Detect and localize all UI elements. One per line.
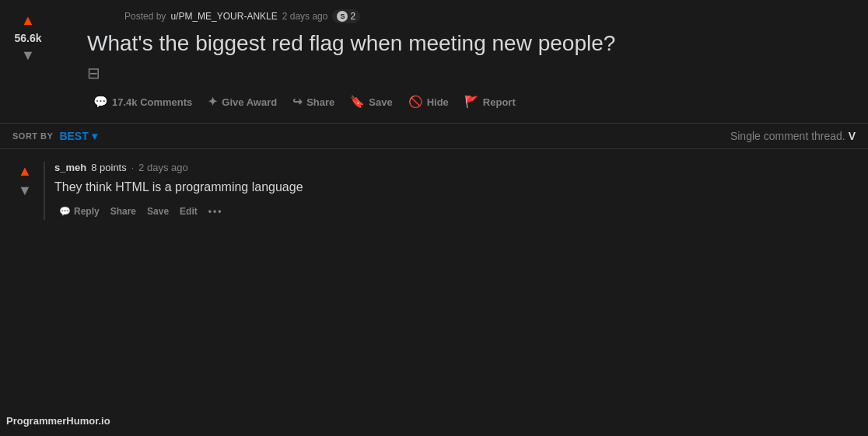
sort-bar: SORT BY BEST ▾ Single comment thread. V xyxy=(0,123,868,149)
save-label: Save xyxy=(369,96,392,108)
sort-best-label: BEST xyxy=(59,130,88,142)
single-comment-thread-label: Single comment thread. V xyxy=(730,130,856,142)
vote-count: 56.6k xyxy=(14,32,41,44)
comment-edit-button[interactable]: Edit xyxy=(175,203,202,220)
comment-save-label: Save xyxy=(147,206,169,217)
post-meta: Posted by u/PM_ME_YOUR-ANKLE 2 days ago … xyxy=(124,9,615,23)
post-time: 2 days ago xyxy=(282,11,328,22)
hide-button[interactable]: 🚫 Hide xyxy=(402,90,455,113)
downvote-button[interactable]: ▼ xyxy=(18,44,38,67)
comment-points: 8 points xyxy=(91,162,127,173)
post-vote-area: ▲ 56.6k ▼ xyxy=(12,9,44,123)
comment-downvote-button[interactable]: ▼ xyxy=(16,181,33,201)
post-container: ▲ 56.6k ▼ Posted by u/PM_ME_YOUR-ANKLE 2… xyxy=(0,0,868,123)
post-content-area: Posted by u/PM_ME_YOUR-ANKLE 2 days ago … xyxy=(87,9,615,123)
comment-more-button[interactable]: ••• xyxy=(204,203,228,220)
posted-by-label: Posted by xyxy=(124,11,166,22)
give-award-button[interactable]: ✦ Give Award xyxy=(201,90,283,113)
reply-icon: 💬 xyxy=(59,206,71,217)
save-button[interactable]: 🔖 Save xyxy=(344,90,398,113)
comment-vote-area: ▲ ▼ xyxy=(12,162,37,220)
watermark-text: ProgrammerHumor.io xyxy=(6,415,110,427)
post-actions: 💬 17.4k Comments ✦ Give Award ↪ Share 🔖 … xyxy=(87,90,615,113)
report-label: Report xyxy=(483,96,516,108)
comment: ▲ ▼ s_meh 8 points · 2 days ago They thi… xyxy=(12,162,856,220)
award-action-icon: ✦ xyxy=(208,95,218,109)
more-icon: ••• xyxy=(208,206,223,217)
comment-actions: 💬 Reply Share Save Edit ••• xyxy=(54,203,856,220)
reply-label: Reply xyxy=(74,206,100,217)
upvote-button[interactable]: ▲ xyxy=(18,9,38,32)
reply-button[interactable]: 💬 Reply xyxy=(54,203,104,220)
share-button[interactable]: ↪ Share xyxy=(286,90,341,113)
sort-left: SORT BY BEST ▾ xyxy=(12,130,97,142)
comments-button[interactable]: 💬 17.4k Comments xyxy=(87,90,198,113)
sort-value[interactable]: BEST ▾ xyxy=(59,130,96,142)
share-icon: ↪ xyxy=(292,95,303,109)
award-badge: S 2 xyxy=(332,9,360,23)
comments-icon: 💬 xyxy=(93,95,108,109)
chevron-down-icon: ▾ xyxy=(92,130,97,142)
comment-save-button[interactable]: Save xyxy=(142,203,173,220)
hide-icon: 🚫 xyxy=(408,95,423,109)
thread-label-text: Single comment thread. xyxy=(730,130,845,142)
save-icon: 🔖 xyxy=(350,95,365,109)
report-icon: 🚩 xyxy=(464,95,479,109)
comment-edit-label: Edit xyxy=(180,206,198,217)
post-content-icon: ⊟ xyxy=(87,64,615,82)
comment-body: They think HTML is a programming languag… xyxy=(54,178,856,197)
view-more-indicator: V xyxy=(849,130,856,142)
give-award-label: Give Award xyxy=(222,96,277,108)
hide-label: Hide xyxy=(427,96,449,108)
comment-time: 2 days ago xyxy=(138,162,188,173)
comment-upvote-button[interactable]: ▲ xyxy=(16,162,33,181)
comment-separator: · xyxy=(131,162,134,173)
report-button[interactable]: 🚩 Report xyxy=(458,90,522,113)
comment-share-label: Share xyxy=(110,206,136,217)
comment-share-button[interactable]: Share xyxy=(106,203,141,220)
comment-content: s_meh 8 points · 2 days ago They think H… xyxy=(44,162,856,220)
sort-by-label: SORT BY xyxy=(12,131,53,141)
comment-author[interactable]: s_meh xyxy=(54,162,86,173)
watermark: ProgrammerHumor.io xyxy=(0,412,117,430)
award-icon: S xyxy=(337,11,348,22)
comment-meta: s_meh 8 points · 2 days ago xyxy=(54,162,856,173)
post-author[interactable]: u/PM_ME_YOUR-ANKLE xyxy=(170,11,277,22)
share-label: Share xyxy=(306,96,334,108)
post-title: What's the biggest red flag when meeting… xyxy=(87,30,615,58)
comments-label: 17.4k Comments xyxy=(112,96,192,108)
award-count: 2 xyxy=(350,11,355,22)
comments-section: ▲ ▼ s_meh 8 points · 2 days ago They thi… xyxy=(0,149,868,220)
